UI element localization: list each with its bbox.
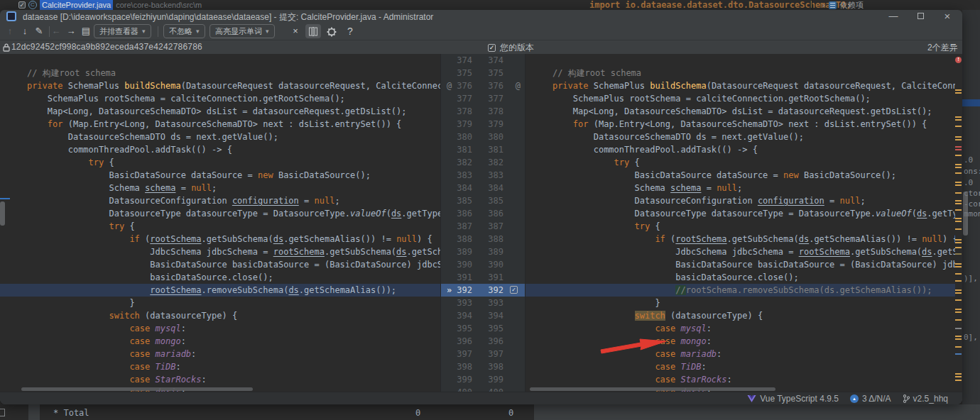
- toolbar-separator: [158, 26, 158, 37]
- help-icon[interactable]: ?: [344, 25, 356, 38]
- code-line-left-383: BasicDataSource dataSource = new BasicDa…: [0, 169, 440, 182]
- background-text-fragment: )], n: [964, 274, 980, 283]
- stripe-mark: [955, 266, 962, 267]
- left-vertical-scrollbar[interactable]: [0, 201, 5, 226]
- branch-label: v2.5_hhq: [913, 394, 948, 404]
- stripe-mark: [955, 116, 962, 118]
- right-horizontal-scrollbar[interactable]: [530, 387, 775, 391]
- commit-file-row[interactable]: ✓ C CalciteProvider.java core\core-backe…: [18, 0, 202, 10]
- stripe-mark: [955, 167, 962, 168]
- background-window-top: ✓ C CalciteProvider.java core\core-backe…: [0, 0, 980, 10]
- gutter-row-394: 394394: [441, 309, 525, 322]
- problems-widget[interactable]: ▲ 3 Δ/N/A: [850, 394, 891, 404]
- stripe-mark: [955, 309, 962, 310]
- diff-line-checkbox[interactable]: ✓: [510, 286, 518, 294]
- error-stripe-red-icon[interactable]: !: [955, 57, 962, 63]
- prev-diff-icon[interactable]: ↑: [4, 25, 16, 38]
- your-version-checkbox[interactable]: ✓: [488, 44, 496, 52]
- gutter-row-375: 375375: [441, 67, 525, 79]
- code-line-right-384: Schema schema = null;: [526, 182, 955, 194]
- lock-icon: [3, 43, 10, 52]
- compare-file-icon[interactable]: ▤: [80, 25, 92, 38]
- line-number-right: 399: [488, 373, 503, 386]
- prev-file-icon[interactable]: ←: [50, 25, 62, 38]
- chevron-down-icon: ▾: [142, 28, 146, 35]
- code-line-right-385: DatasourceConfiguration configuration = …: [526, 194, 955, 207]
- code-line-left-381: commonThreadPool.addTask(() -> {: [0, 143, 440, 156]
- stripe-mark: [955, 239, 962, 241]
- stripe-mark: [955, 221, 962, 222]
- left-horizontal-scrollbar[interactable]: [21, 387, 253, 391]
- gutter-row-399: 399399: [441, 373, 525, 386]
- diff-toolbar: ↑ ↓ ✎ ← → ▤ 并排查看器 ▾ 不忽略 ▾ 高亮显示单词 ▾ ×: [0, 23, 962, 40]
- code-line-left-377: SchemaPlus rootSchema = calciteConnectio…: [0, 92, 440, 105]
- line-number-right: 376: [488, 79, 503, 92]
- gutter-row-374: 374374: [441, 54, 525, 67]
- gutter-row-382: 382382: [441, 156, 525, 169]
- code-line-right-387: try {: [526, 220, 955, 233]
- minimize-button[interactable]: —: [883, 10, 904, 23]
- line-number-left: 385: [457, 194, 472, 207]
- stripe-mark: [955, 328, 962, 329]
- git-branch-widget[interactable]: v2.5_hhq: [903, 394, 948, 404]
- right-code-panel[interactable]: // 构建root schema private SchemaPlus buil…: [526, 54, 955, 392]
- line-number-right: 383: [488, 169, 503, 182]
- line-number-right: 374: [488, 54, 503, 67]
- code-line-right-381: commonThreadPool.addTask(() -> {: [526, 143, 955, 156]
- background-partial-icon: [0, 409, 5, 416]
- gutter-row-384: 384384: [441, 182, 525, 194]
- gutter-row-395: 395395: [441, 322, 525, 335]
- code-line-left-382: try {: [0, 156, 440, 169]
- next-file-icon[interactable]: →: [65, 25, 77, 38]
- stripe-mark: [955, 119, 962, 121]
- close-button[interactable]: ×: [937, 10, 958, 23]
- file-checkbox[interactable]: ✓: [18, 1, 26, 9]
- viewer-mode-label: 并排查看器: [99, 26, 138, 37]
- stripe-mark: [955, 273, 962, 275]
- line-number-right: 375: [488, 67, 503, 79]
- edit-source-icon[interactable]: ✎: [33, 25, 45, 38]
- line-number-left: 376: [457, 79, 472, 92]
- gutter-row-390: 390390: [441, 258, 525, 271]
- gear-icon[interactable]: [327, 27, 337, 37]
- dependencies-node[interactable]: › 依赖项: [822, 0, 864, 10]
- stripe-mark: [955, 336, 962, 337]
- stripe-mark: [955, 253, 962, 255]
- next-diff-icon[interactable]: ↓: [19, 25, 31, 38]
- stripe-mark: [955, 89, 962, 91]
- dependencies-label: 依赖项: [840, 0, 864, 10]
- sync-scroll-toggle[interactable]: [305, 24, 321, 38]
- highlight-mode-label: 高亮显示单词: [215, 26, 262, 37]
- viewer-mode-dropdown[interactable]: 并排查看器 ▾: [94, 24, 151, 38]
- error-stripe[interactable]: !: [955, 54, 962, 392]
- selected-diff-marker: »: [447, 284, 452, 297]
- code-line-left-399: case StarRocks:: [0, 373, 440, 386]
- gutter-row-376: 376376@@: [441, 79, 525, 92]
- line-number-right: 382: [488, 156, 503, 169]
- background-text-fragment: mmon: [964, 209, 980, 219]
- dialog-title: dataease [D:\ideaworkspace\feizhiyun\dap…: [23, 11, 433, 23]
- maximize-button[interactable]: [910, 10, 931, 23]
- annotation-icon[interactable]: @: [516, 79, 521, 92]
- dialog-titlebar[interactable]: dataease [D:\ideaworkspace\feizhiyun\dap…: [0, 10, 962, 23]
- stripe-mark: [955, 92, 962, 94]
- stripe-mark: [955, 242, 962, 243]
- code-line-right-389: JdbcSchema jdbcSchema = rootSchema.getSu…: [526, 245, 955, 258]
- stripe-mark: [955, 139, 962, 140]
- diff-editors: // 构建root schema private SchemaPlus buil…: [0, 54, 962, 392]
- stripe-mark: [955, 155, 962, 156]
- collapse-unchanged-icon[interactable]: ×: [290, 25, 301, 38]
- file-name[interactable]: CalciteProvider.java: [40, 0, 113, 10]
- line-number-right: 391: [488, 271, 503, 284]
- highlight-mode-dropdown[interactable]: 高亮显示单词 ▾: [209, 24, 275, 38]
- typescript-widget[interactable]: Vue TypeScript 4.9.5: [747, 394, 839, 404]
- line-number-left: 378: [457, 105, 472, 118]
- stripe-mark: [955, 228, 962, 230]
- left-code-panel[interactable]: // 构建root schema private SchemaPlus buil…: [0, 54, 440, 392]
- your-version-toggle[interactable]: ✓ 您的版本: [488, 42, 534, 54]
- stripe-mark: [955, 203, 962, 204]
- whitespace-dropdown[interactable]: 不忽略 ▾: [163, 24, 205, 38]
- total-col1: 0: [415, 408, 420, 418]
- annotation-icon[interactable]: @: [447, 79, 452, 92]
- line-number-left: 384: [457, 182, 472, 194]
